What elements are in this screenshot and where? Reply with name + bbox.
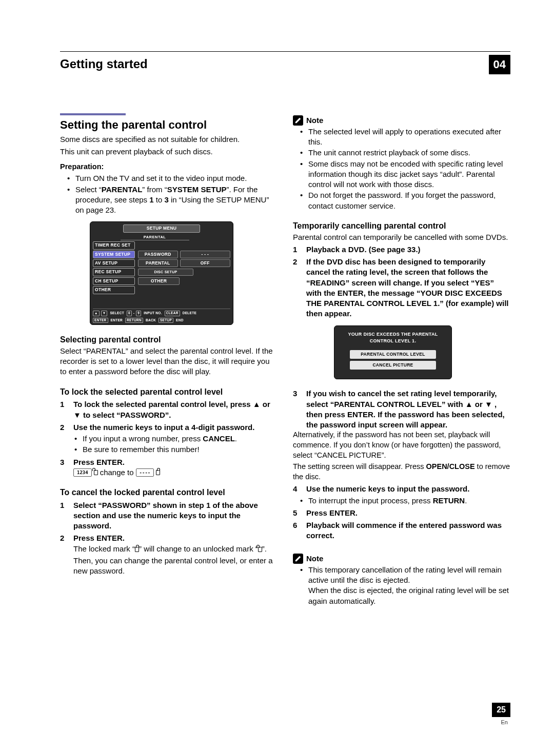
step-item: 1 Playback a DVD. (See page 33.) bbox=[293, 244, 510, 255]
osd-menu-item: AV SETUP bbox=[93, 259, 135, 267]
osd-field: OTHER bbox=[138, 277, 180, 285]
body-text: Parental control can temporarily be canc… bbox=[293, 232, 510, 242]
intro-text: This unit can prevent playback of such d… bbox=[60, 147, 278, 157]
osd-field: DISC SETUP bbox=[138, 269, 193, 275]
subsection-heading: To cancel the locked parental control le… bbox=[60, 487, 278, 498]
header-rule bbox=[60, 51, 510, 52]
body-text: Alternatively, if the password has not b… bbox=[293, 430, 510, 460]
osd-hint-bar: ▲▼ SELECT 0-9 INPUT NO. CLEARDELETE bbox=[93, 309, 230, 316]
list-item: To interrupt the input process, press RE… bbox=[308, 496, 510, 506]
step-item: 2 Use the numeric keys to input a 4-digi… bbox=[60, 422, 278, 433]
osd-field: PARENTAL bbox=[138, 259, 178, 267]
list-item: Turn ON the TV and set it to the video i… bbox=[75, 173, 278, 183]
note-heading: Note bbox=[293, 115, 510, 126]
osd-menu-item: TIMER REC SET bbox=[93, 241, 135, 249]
list-item: The selected level will apply to operati… bbox=[308, 127, 510, 148]
list-item: If you input a wrong number, press CANCE… bbox=[83, 434, 278, 444]
step-item: 1 To lock the selected parental control … bbox=[60, 399, 278, 420]
osd-section: PARENTAL bbox=[121, 235, 189, 240]
lock-icon bbox=[156, 470, 160, 475]
preparation-heading: Preparation: bbox=[60, 162, 278, 172]
list-item: Select “PARENTAL” from “SYSTEM SETUP”. F… bbox=[75, 185, 278, 216]
page-language: En bbox=[501, 719, 508, 726]
osd-title: SETUP MENU bbox=[123, 224, 200, 232]
page-number: 25 bbox=[492, 703, 510, 717]
note-list: The selected level will apply to operati… bbox=[293, 127, 510, 211]
osd-field: - - - bbox=[180, 251, 230, 258]
note-icon bbox=[293, 115, 303, 126]
osd-menu-item: REC SETUP bbox=[93, 268, 135, 276]
unlock-icon bbox=[258, 547, 262, 552]
osd-field: PASSWORD bbox=[138, 251, 178, 258]
step-item: 1 Select “PASSWORD” shown in step 1 of t… bbox=[60, 500, 278, 532]
intro-text: Some discs are specified as not suitable… bbox=[60, 134, 278, 145]
osd-parental-dialog: YOUR DISC EXCEEDS THE PARENTAL CONTROL L… bbox=[334, 325, 452, 380]
body-text: The setting screen will disappear. Press… bbox=[293, 462, 510, 482]
chapter-header: Getting started 04 bbox=[60, 55, 510, 74]
subsection-heading: Temporarily cancelling parental control bbox=[293, 220, 510, 232]
unlock-icon bbox=[94, 470, 98, 475]
step-item: 4 Use the numeric keys to input the pass… bbox=[293, 484, 510, 494]
body-text: The locked mark “” will change to an unl… bbox=[73, 544, 278, 554]
section-heading: Setting the parental control bbox=[60, 117, 278, 133]
osd-message: YOUR DISC EXCEEDS THE PARENTAL CONTROL L… bbox=[341, 331, 445, 345]
osd-option: CANCEL PICTURE bbox=[350, 361, 436, 370]
subsection-heading: To lock the selected parental control le… bbox=[60, 386, 278, 398]
osd-hint-bar: ENTERENTER RETURNBACK SETUPEND bbox=[93, 316, 230, 323]
list-item: Do not forget the password. If you forge… bbox=[308, 190, 510, 211]
sub-list: If you input a wrong number, press CANCE… bbox=[60, 434, 278, 455]
step-item: 2 Press ENTER. bbox=[60, 533, 278, 543]
step-item: 3 Press ENTER. bbox=[60, 457, 278, 467]
step-item: 2 If the DVD disc has been designed to t… bbox=[293, 257, 510, 319]
osd-menu-item: SYSTEM SETUP bbox=[93, 251, 135, 258]
list-item: This temporary cancellation of the ratin… bbox=[308, 565, 510, 606]
step-item: 5 Press ENTER. bbox=[293, 508, 510, 518]
note-icon bbox=[293, 554, 303, 564]
note-list: This temporary cancellation of the ratin… bbox=[293, 565, 510, 606]
note-heading: Note bbox=[293, 554, 510, 564]
preparation-list: Turn ON the TV and set it to the video i… bbox=[60, 173, 278, 215]
sub-list: To interrupt the input process, press RE… bbox=[293, 496, 510, 506]
right-column: Note The selected level will apply to op… bbox=[293, 113, 510, 607]
osd-field: OFF bbox=[180, 259, 230, 267]
body-text: Then, you can change the parental contro… bbox=[73, 556, 278, 577]
list-item: Some discs may not be encoded with speci… bbox=[308, 159, 510, 190]
list-item: Be sure to remember this number! bbox=[83, 444, 278, 455]
osd-menu-item: CH SETUP bbox=[93, 277, 135, 285]
chapter-title: Getting started bbox=[60, 56, 148, 72]
lock-change-illustration: 1234 change to ---- bbox=[73, 467, 278, 478]
left-column: Setting the parental control Some discs … bbox=[60, 113, 278, 607]
chapter-number: 04 bbox=[489, 55, 510, 74]
step-item: 3 If you wish to cancel the set rating l… bbox=[293, 389, 510, 430]
lock-icon bbox=[135, 547, 139, 552]
osd-option: PARENTAL CONTROL LEVEL bbox=[350, 350, 436, 359]
subsection-heading: Selecting parental control bbox=[60, 334, 278, 345]
osd-setup-menu: SETUP MENU PARENTAL TIMER REC SET SYSTEM… bbox=[90, 221, 233, 325]
list-item: The unit cannot restrict playback of som… bbox=[308, 148, 510, 158]
body-text: Select “PARENTAL” and select the parenta… bbox=[60, 346, 278, 377]
osd-menu-item: OTHER bbox=[93, 286, 135, 294]
accent-bar bbox=[60, 113, 126, 115]
step-item: 6 Playback will commence if the entered … bbox=[293, 520, 510, 541]
